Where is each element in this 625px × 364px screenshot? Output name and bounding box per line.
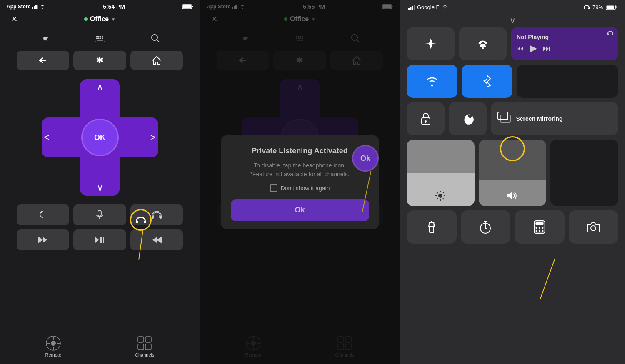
- search-button-1[interactable]: [148, 31, 163, 46]
- now-playing-controls: ⏮ ▶ ⏭: [517, 43, 550, 54]
- battery-icon-3: [606, 5, 617, 10]
- svg-rect-30: [100, 237, 102, 243]
- camera-tile[interactable]: [569, 210, 619, 244]
- svg-marker-33: [157, 237, 161, 243]
- svg-rect-28: [38, 237, 39, 243]
- volume-slider-tile[interactable]: [479, 140, 547, 206]
- nav-row-1: ✱: [0, 48, 200, 72]
- wifi-icon-3: [442, 5, 448, 10]
- rewind-button-1[interactable]: [17, 229, 69, 250]
- signal-icon-1: [32, 5, 38, 9]
- screen-mirroring-tile[interactable]: Screen Mirroring: [491, 102, 618, 135]
- settings-button-1[interactable]: [37, 31, 52, 46]
- timer-icon: [479, 220, 492, 234]
- chevron-down-icon-1: ▼: [111, 17, 115, 22]
- np-play-button[interactable]: ▶: [530, 43, 537, 54]
- dpad-down-1[interactable]: ∨: [97, 182, 103, 193]
- empty-tile-1: [517, 65, 618, 98]
- headphone-status-icon: [583, 5, 590, 10]
- brightness-icon: [435, 190, 446, 201]
- svg-point-123: [535, 230, 537, 232]
- timer-tile[interactable]: [461, 210, 511, 244]
- wifi-tile-icon: [425, 75, 439, 88]
- dpad-right-1[interactable]: >: [150, 132, 156, 143]
- wifi-icon-1: [40, 5, 45, 9]
- svg-rect-41: [138, 337, 144, 342]
- dialog-checkbox-row[interactable]: Don't show it again: [270, 184, 330, 192]
- svg-rect-106: [430, 226, 434, 233]
- svg-rect-2: [35, 5, 37, 9]
- svg-point-120: [535, 227, 537, 229]
- dont-show-label: Don't show it again: [281, 185, 330, 192]
- airplane-icon: [424, 37, 438, 50]
- home-button-1[interactable]: [130, 51, 183, 70]
- back-arrow-icon-1: [39, 57, 47, 64]
- svg-rect-44: [145, 344, 151, 350]
- svg-point-122: [542, 227, 543, 229]
- svg-point-121: [539, 227, 540, 229]
- do-not-disturb-tile[interactable]: [449, 102, 487, 135]
- dialog-ok-button[interactable]: Ok: [231, 199, 369, 221]
- dpad-left-1[interactable]: <: [44, 132, 50, 143]
- now-playing-tile[interactable]: Not Playing ⏮ ▶ ⏭: [511, 27, 618, 60]
- svg-rect-10: [98, 36, 99, 37]
- np-headphone-svg: [607, 30, 614, 37]
- device-name-1[interactable]: Office ▼: [84, 15, 115, 23]
- svg-rect-95: [498, 112, 508, 120]
- fastforward-icon-1: [152, 236, 162, 244]
- device-dot-1: [84, 17, 88, 21]
- np-rewind-button[interactable]: ⏮: [517, 44, 524, 53]
- bluetooth-tile[interactable]: [462, 65, 512, 98]
- cellular-icon: [476, 37, 490, 50]
- calculator-tile[interactable]: [515, 210, 565, 244]
- cc-row-5: [407, 210, 618, 244]
- flashlight-tile[interactable]: [407, 210, 457, 244]
- home-icon-1: [152, 56, 161, 65]
- gear-icon-1: [40, 33, 50, 43]
- keyboard-button-1[interactable]: [92, 31, 108, 46]
- cc-row-1: Not Playing ⏮ ▶ ⏭: [407, 27, 618, 60]
- svg-point-18: [152, 35, 158, 40]
- camera-icon: [587, 220, 600, 234]
- svg-point-36: [51, 341, 56, 346]
- now-playing-headphone-icon: [607, 30, 614, 38]
- np-ff-button[interactable]: ⏭: [543, 44, 550, 53]
- airplane-mode-tile[interactable]: [407, 27, 455, 60]
- svg-rect-9: [96, 36, 98, 37]
- remote-tab-1[interactable]: Remote: [45, 336, 61, 357]
- wifi-tile[interactable]: [407, 65, 458, 98]
- svg-point-126: [591, 226, 596, 231]
- screen-mirroring-text: Screen Mirroring: [516, 115, 562, 122]
- svg-rect-34: [161, 237, 162, 243]
- cellular-tile[interactable]: [459, 27, 507, 60]
- svg-marker-32: [152, 237, 157, 243]
- mic-button-1[interactable]: [73, 204, 126, 225]
- dpad-up-1[interactable]: ∧: [97, 82, 103, 92]
- ok-circle-annotation[interactable]: Ok: [352, 145, 379, 172]
- dont-show-checkbox[interactable]: [270, 184, 278, 192]
- chevron-down-icon-3[interactable]: ∨: [510, 15, 516, 25]
- screen-lock-tile[interactable]: [407, 102, 445, 135]
- ok-button-1[interactable]: OK: [81, 119, 119, 156]
- replay-button-1[interactable]: [17, 204, 69, 225]
- top-bar-1: ✕ Office ▼: [0, 12, 200, 28]
- svg-point-88: [482, 47, 483, 49]
- headphone-annotation-circle-1: [130, 209, 152, 231]
- svg-line-111: [429, 222, 430, 223]
- calculator-icon: [533, 220, 546, 234]
- close-button-1[interactable]: ✕: [8, 13, 20, 25]
- fastforward-button-1[interactable]: [130, 229, 183, 250]
- asterisk-button-1[interactable]: ✱: [73, 51, 126, 70]
- channels-tab-1[interactable]: Channels: [135, 336, 154, 357]
- svg-rect-16: [102, 38, 103, 39]
- svg-marker-107: [429, 223, 435, 226]
- svg-point-97: [438, 194, 442, 198]
- panel-control-center: Google Fi 79% ∨: [400, 0, 625, 364]
- ctrl-row-1b: [0, 227, 200, 252]
- svg-rect-14: [98, 38, 99, 39]
- brightness-slider-tile[interactable]: [407, 140, 475, 206]
- back-button-1[interactable]: [17, 51, 69, 70]
- screen-lock-icon: [419, 112, 432, 125]
- playpause-button-1[interactable]: [73, 229, 126, 250]
- svg-rect-81: [410, 7, 412, 10]
